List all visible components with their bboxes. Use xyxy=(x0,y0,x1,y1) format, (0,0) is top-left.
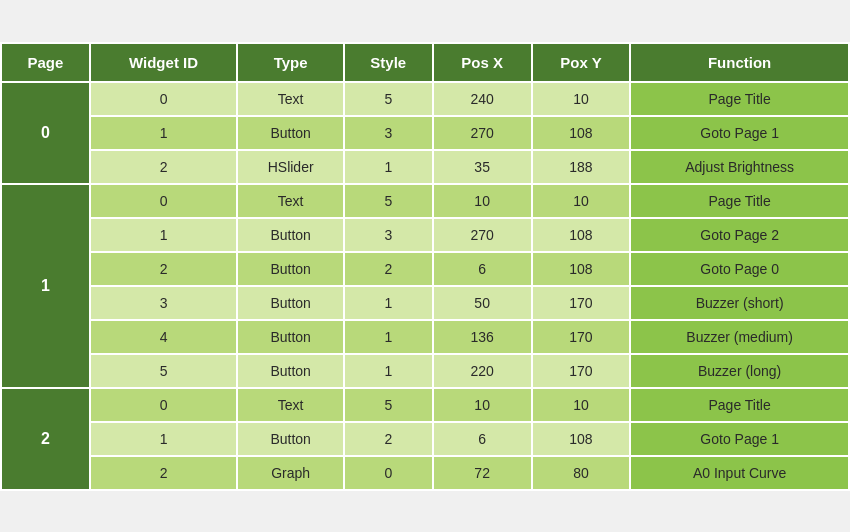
pos-x-cell: 10 xyxy=(433,184,532,218)
function-cell: Page Title xyxy=(630,82,849,116)
pos-x-cell: 136 xyxy=(433,320,532,354)
header-page: Page xyxy=(1,43,90,82)
function-cell: Buzzer (short) xyxy=(630,286,849,320)
pos-y-cell: 108 xyxy=(532,116,631,150)
type-cell: Button xyxy=(237,252,344,286)
style-cell: 1 xyxy=(344,354,433,388)
widget-id-cell: 1 xyxy=(90,218,238,252)
header-pos-x: Pos X xyxy=(433,43,532,82)
function-cell: A0 Input Curve xyxy=(630,456,849,490)
style-cell: 3 xyxy=(344,116,433,150)
pos-x-cell: 6 xyxy=(433,422,532,456)
widget-id-cell: 0 xyxy=(90,388,238,422)
widget-id-cell: 4 xyxy=(90,320,238,354)
type-cell: Button xyxy=(237,218,344,252)
type-cell: Text xyxy=(237,82,344,116)
function-cell: Goto Page 1 xyxy=(630,422,849,456)
function-cell: Buzzer (medium) xyxy=(630,320,849,354)
type-cell: Text xyxy=(237,184,344,218)
type-cell: Button xyxy=(237,422,344,456)
function-cell: Goto Page 1 xyxy=(630,116,849,150)
pos-x-cell: 220 xyxy=(433,354,532,388)
function-cell: Buzzer (long) xyxy=(630,354,849,388)
widget-id-cell: 2 xyxy=(90,252,238,286)
pos-x-cell: 270 xyxy=(433,218,532,252)
pos-x-cell: 270 xyxy=(433,116,532,150)
pos-y-cell: 10 xyxy=(532,82,631,116)
type-cell: Text xyxy=(237,388,344,422)
function-cell: Page Title xyxy=(630,388,849,422)
pos-y-cell: 108 xyxy=(532,252,631,286)
style-cell: 1 xyxy=(344,150,433,184)
pos-x-cell: 50 xyxy=(433,286,532,320)
pos-x-cell: 72 xyxy=(433,456,532,490)
widget-id-cell: 1 xyxy=(90,116,238,150)
style-cell: 5 xyxy=(344,184,433,218)
type-cell: Button xyxy=(237,286,344,320)
pos-y-cell: 170 xyxy=(532,286,631,320)
type-cell: HSlider xyxy=(237,150,344,184)
main-table-container: Page Widget ID Type Style Pos X Pox Y Fu… xyxy=(0,42,850,491)
widget-id-cell: 2 xyxy=(90,150,238,184)
style-cell: 2 xyxy=(344,252,433,286)
style-cell: 0 xyxy=(344,456,433,490)
function-cell: Adjust Brightness xyxy=(630,150,849,184)
page-cell: 0 xyxy=(1,82,90,184)
pos-x-cell: 35 xyxy=(433,150,532,184)
type-cell: Button xyxy=(237,354,344,388)
widget-id-cell: 2 xyxy=(90,456,238,490)
header-function: Function xyxy=(630,43,849,82)
header-pos-y: Pox Y xyxy=(532,43,631,82)
pos-x-cell: 6 xyxy=(433,252,532,286)
pos-y-cell: 108 xyxy=(532,218,631,252)
style-cell: 2 xyxy=(344,422,433,456)
pos-y-cell: 188 xyxy=(532,150,631,184)
widget-id-cell: 3 xyxy=(90,286,238,320)
pos-y-cell: 10 xyxy=(532,388,631,422)
style-cell: 3 xyxy=(344,218,433,252)
function-cell: Goto Page 0 xyxy=(630,252,849,286)
type-cell: Button xyxy=(237,116,344,150)
pos-y-cell: 10 xyxy=(532,184,631,218)
pos-x-cell: 10 xyxy=(433,388,532,422)
pos-y-cell: 170 xyxy=(532,354,631,388)
pos-y-cell: 80 xyxy=(532,456,631,490)
style-cell: 1 xyxy=(344,320,433,354)
style-cell: 1 xyxy=(344,286,433,320)
widget-id-cell: 0 xyxy=(90,184,238,218)
pos-y-cell: 108 xyxy=(532,422,631,456)
page-cell: 2 xyxy=(1,388,90,490)
pos-y-cell: 170 xyxy=(532,320,631,354)
style-cell: 5 xyxy=(344,388,433,422)
header-type: Type xyxy=(237,43,344,82)
pos-x-cell: 240 xyxy=(433,82,532,116)
function-cell: Page Title xyxy=(630,184,849,218)
function-cell: Goto Page 2 xyxy=(630,218,849,252)
widget-id-cell: 1 xyxy=(90,422,238,456)
header-widget-id: Widget ID xyxy=(90,43,238,82)
header-style: Style xyxy=(344,43,433,82)
widget-id-cell: 5 xyxy=(90,354,238,388)
type-cell: Button xyxy=(237,320,344,354)
data-table: Page Widget ID Type Style Pos X Pox Y Fu… xyxy=(0,42,850,491)
style-cell: 5 xyxy=(344,82,433,116)
page-cell: 1 xyxy=(1,184,90,388)
type-cell: Graph xyxy=(237,456,344,490)
widget-id-cell: 0 xyxy=(90,82,238,116)
